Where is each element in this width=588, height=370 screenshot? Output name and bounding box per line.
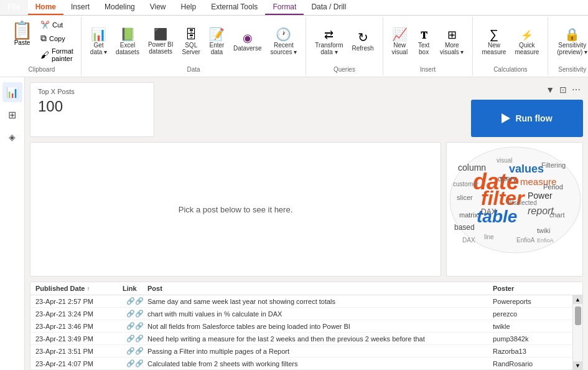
cell-poster-4: Razorba13 <box>493 348 567 355</box>
col-header-date[interactable]: Published Date ↑ <box>35 285 123 292</box>
table-row: 23-Apr-21 3:49 PM 🔗 Need help writing a … <box>30 333 572 345</box>
tab-insert[interactable]: Insert <box>63 0 97 15</box>
post-preview-card: Pick a post below to see it here. <box>30 142 441 277</box>
new-visual-button[interactable]: Newvisual <box>388 26 412 58</box>
powerbi-icon: ⬛ <box>154 29 167 40</box>
cell-link-0[interactable]: 🔗 <box>123 297 147 305</box>
col-header-link[interactable]: Link <box>123 285 147 292</box>
top-x-value: 100 <box>38 98 146 115</box>
format-painter-icon <box>40 50 49 60</box>
sql-button[interactable]: SQLServer <box>178 26 203 58</box>
excel-icon <box>120 28 136 40</box>
recent-sources-button[interactable]: Recentsources ▾ <box>267 26 301 58</box>
svg-text:DAX: DAX <box>481 207 497 216</box>
dataverse-label: Dataverse <box>233 45 262 52</box>
scroll-up-button[interactable]: ▲ <box>573 295 582 304</box>
middle-row: Pick a post below to see it here. filter… <box>30 142 583 277</box>
textbox-button[interactable]: Textbox <box>413 26 435 58</box>
more-visuals-button[interactable]: Morevisuals ▾ <box>436 26 467 58</box>
copy-icon <box>40 33 47 44</box>
content-area: Top X Posts 100 ▼ ⊡ ⋯ Run flow <box>25 77 588 370</box>
nav-report-view[interactable]: 📊 <box>2 82 22 102</box>
format-painter-label: Format painter <box>52 47 73 62</box>
data-group-label: Data <box>187 64 200 73</box>
svg-text:matrix: matrix <box>459 211 478 219</box>
cell-date-5: 23-Apr-21 4:07 PM <box>35 360 123 368</box>
cell-post-5: Calculated table from 2 sheets with work… <box>147 360 493 368</box>
paste-button[interactable]: Paste <box>7 19 37 49</box>
clipboard-items: Paste Cut Copy Format painter <box>7 19 76 64</box>
svg-text:column: column <box>458 163 486 173</box>
new-measure-icon <box>490 28 498 40</box>
quick-measure-icon <box>521 28 533 40</box>
cell-link-4[interactable]: 🔗 <box>123 347 147 355</box>
cut-button[interactable]: Cut <box>38 19 76 31</box>
word-cloud-svg: filter table date values measure Power c… <box>447 143 583 258</box>
copy-button[interactable]: Copy <box>38 32 76 45</box>
link-icon-1: 🔗 <box>126 310 144 318</box>
sensitivity-button[interactable]: Sensitivity(preview) ▾ <box>553 26 588 58</box>
transform-data-button[interactable]: Transformdata ▾ <box>311 26 347 58</box>
clipboard-group-label: Clipboard <box>29 64 55 73</box>
cell-poster-0: Powereports <box>493 298 567 305</box>
table-header-row: Published Date ↑ Link Post Poster <box>30 282 582 295</box>
link-icon-5: 🔗 <box>126 359 144 368</box>
quick-measure-button[interactable]: Quickmeasure <box>511 26 543 58</box>
main-area: 📊 ⊞ ◈ Top X Posts 100 ▼ ⊡ ⋯ <box>0 77 588 370</box>
scroll-thumb[interactable] <box>575 306 581 325</box>
cell-post-2: Not all fields from Salesforce tables ar… <box>147 323 493 330</box>
group-clipboard: Paste Cut Copy Format painter <box>2 17 82 75</box>
expand-icon[interactable]: ⊡ <box>558 83 568 96</box>
more-options-icon[interactable]: ⋯ <box>571 83 582 96</box>
ribbon-content: Paste Cut Copy Format painter <box>0 16 588 77</box>
nav-model-view[interactable]: ◈ <box>2 127 22 147</box>
col-header-post[interactable]: Post <box>147 285 493 292</box>
sensitivity-label: Sensitivity(preview) ▾ <box>557 42 587 55</box>
enter-data-button[interactable]: Enterdata <box>205 26 228 58</box>
sensitivity-items: Sensitivity(preview) ▾ <box>553 19 588 64</box>
tab-modeling[interactable]: Modeling <box>97 0 142 15</box>
run-flow-card[interactable]: Run flow <box>471 100 583 137</box>
new-visual-label: Newvisual <box>392 42 408 55</box>
tab-view[interactable]: View <box>142 0 174 15</box>
format-painter-button[interactable]: Format painter <box>38 46 76 64</box>
filter-icon[interactable]: ▼ <box>544 83 556 96</box>
col-header-poster[interactable]: Poster <box>493 285 567 292</box>
scroll-down-button[interactable]: ▼ <box>573 361 582 370</box>
insert-group-label: Insert <box>420 64 436 73</box>
tab-format[interactable]: Format <box>265 0 304 15</box>
dataverse-button[interactable]: Dataverse <box>230 29 266 54</box>
table-scrollbar[interactable]: ▲ ▼ <box>572 295 582 370</box>
tab-external-tools[interactable]: External Tools <box>203 0 265 15</box>
new-measure-button[interactable]: Newmeasure <box>478 26 510 58</box>
calculations-group-label: Calculations <box>493 64 527 73</box>
left-nav: 📊 ⊞ ◈ <box>0 77 25 370</box>
cell-post-4: Passing a Filter into multiple pages of … <box>147 348 493 355</box>
cell-link-2[interactable]: 🔗 <box>123 322 147 330</box>
excel-button[interactable]: Exceldatasets <box>112 26 143 58</box>
run-flow-label: Run flow <box>515 113 552 123</box>
refresh-button[interactable]: Refresh <box>348 29 378 54</box>
get-data-button[interactable]: Getdata ▾ <box>86 26 111 58</box>
cell-link-1[interactable]: 🔗 <box>123 310 147 318</box>
cell-link-5[interactable]: 🔗 <box>123 359 147 368</box>
nav-data-view[interactable]: ⊞ <box>2 105 22 125</box>
link-icon-4: 🔗 <box>126 347 144 355</box>
run-flow-button[interactable]: Run flow <box>502 113 552 123</box>
powerbi-datasets-button[interactable]: ⬛ Power BIdatasets <box>144 26 177 57</box>
report-icon: 📊 <box>6 87 19 98</box>
cell-post-3: Need help writing a measure for the last… <box>147 335 493 343</box>
tab-help[interactable]: Help <box>174 0 204 15</box>
insert-items: Newvisual Textbox Morevisuals ▾ <box>388 19 468 64</box>
recent-sources-label: Recentsources ▾ <box>271 42 297 55</box>
cell-poster-2: twikle <box>493 323 567 330</box>
ribbon-tab-bar: File Home Insert Modeling View Help Exte… <box>0 0 588 16</box>
tab-file[interactable]: File <box>0 0 28 15</box>
textbox-label: Textbox <box>418 42 429 55</box>
calculations-items: Newmeasure Quickmeasure <box>478 19 543 64</box>
data-items: Getdata ▾ Exceldatasets ⬛ Power BIdatase… <box>86 19 301 64</box>
svg-text:Period: Period <box>543 183 563 191</box>
tab-home[interactable]: Home <box>28 0 63 15</box>
cell-link-3[interactable]: 🔗 <box>123 334 147 343</box>
tab-data-drill[interactable]: Data / Drill <box>304 0 353 15</box>
